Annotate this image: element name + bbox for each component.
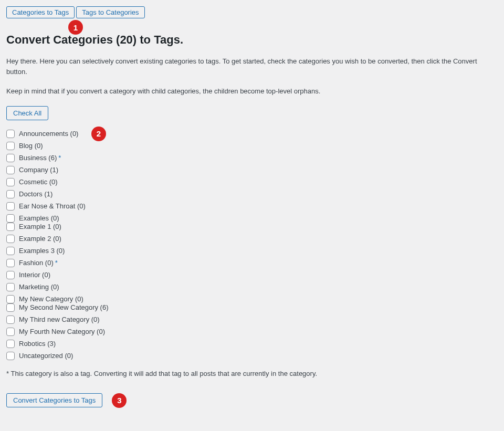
- category-label[interactable]: Doctors (1): [19, 190, 52, 198]
- category-item: Business (6)*: [6, 154, 498, 162]
- convert-categories-button[interactable]: Convert Categories to Tags: [6, 393, 102, 407]
- check-all-button[interactable]: Check All: [6, 106, 48, 120]
- annotation-badge-1: 1: [68, 20, 83, 35]
- intro-paragraph-2: Keep in mind that if you convert a categ…: [6, 86, 498, 97]
- category-label[interactable]: My Third new Category (0): [19, 316, 100, 323]
- category-item: Examples 3 (0): [6, 247, 498, 255]
- category-label[interactable]: Examples 3 (0): [19, 247, 65, 255]
- category-checkbox[interactable]: [6, 202, 15, 211]
- category-item: Examples (0): [6, 214, 498, 223]
- submit-row: Convert Categories to Tags 3: [6, 393, 498, 408]
- category-label[interactable]: Fashion (0): [19, 259, 54, 267]
- category-checkbox[interactable]: [6, 259, 15, 267]
- category-checkbox[interactable]: [6, 340, 15, 348]
- tab-tags-to-categories[interactable]: Tags to Categories: [76, 6, 144, 18]
- category-label[interactable]: Example 2 (0): [19, 235, 61, 243]
- category-label[interactable]: My Fourth New Category (0): [19, 328, 105, 335]
- category-checkbox[interactable]: [6, 154, 15, 162]
- category-item: Marketing (0): [6, 283, 498, 291]
- category-checkbox[interactable]: [6, 223, 15, 231]
- category-label[interactable]: Company (1): [19, 166, 58, 174]
- category-label[interactable]: Cosmetic (0): [19, 178, 58, 186]
- category-label[interactable]: Robotics (3): [19, 340, 56, 348]
- category-label[interactable]: Uncategorized (0): [19, 352, 73, 360]
- category-item: My Third new Category (0): [6, 316, 498, 324]
- category-checkbox[interactable]: [6, 166, 15, 174]
- category-checkbox[interactable]: [6, 142, 15, 150]
- category-item: Robotics (3): [6, 340, 498, 348]
- category-checkbox[interactable]: [6, 316, 15, 324]
- category-checkbox[interactable]: [6, 352, 15, 360]
- category-item: Blog (0): [6, 142, 498, 150]
- category-label[interactable]: Marketing (0): [19, 283, 59, 291]
- category-label[interactable]: Ear Nose & Throat (0): [19, 202, 86, 210]
- category-item: Uncategorized (0): [6, 352, 498, 360]
- category-label[interactable]: Example 1 (0): [19, 223, 61, 230]
- category-item: Announcements (0): [6, 130, 498, 138]
- category-checkbox[interactable]: [6, 283, 15, 291]
- category-label[interactable]: Blog (0): [19, 142, 43, 150]
- category-item: Example 1 (0): [6, 223, 498, 231]
- tabs-row: Categories to Tags Tags to Categories 1: [6, 6, 498, 18]
- category-checkbox[interactable]: [6, 190, 15, 198]
- category-label[interactable]: Business (6): [19, 154, 57, 162]
- category-item: My Fourth New Category (0): [6, 328, 498, 336]
- category-label[interactable]: Announcements (0): [19, 130, 78, 138]
- category-list: 2 Announcements (0)Blog (0)Business (6)*…: [6, 130, 498, 360]
- category-label[interactable]: Examples (0): [19, 214, 59, 222]
- category-checkbox[interactable]: [6, 247, 15, 255]
- footnote: * This category is also a tag. Convertin…: [6, 370, 498, 377]
- category-item: Ear Nose & Throat (0): [6, 202, 498, 211]
- category-label[interactable]: My Second New Category (6): [19, 303, 109, 311]
- category-item: Company (1): [6, 166, 498, 174]
- category-label[interactable]: Interior (0): [19, 271, 50, 279]
- category-checkbox[interactable]: [6, 303, 15, 312]
- category-label[interactable]: My New Category (0): [19, 295, 83, 303]
- category-checkbox[interactable]: [6, 235, 15, 243]
- category-checkbox[interactable]: [6, 130, 15, 138]
- category-item: My New Category (0): [6, 295, 498, 303]
- annotation-badge-3: 3: [112, 393, 127, 408]
- category-item: Fashion (0)*: [6, 259, 498, 267]
- category-checkbox[interactable]: [6, 178, 15, 186]
- category-item: Cosmetic (0): [6, 178, 498, 186]
- category-checkbox[interactable]: [6, 328, 15, 336]
- category-item: My Second New Category (6): [6, 303, 498, 312]
- category-checkbox[interactable]: [6, 295, 15, 303]
- also-tag-asterisk: *: [58, 154, 61, 162]
- also-tag-asterisk: *: [55, 259, 58, 267]
- category-checkbox[interactable]: [6, 214, 15, 223]
- intro-paragraph-1: Hey there. Here you can selectively conv…: [6, 56, 498, 77]
- category-item: Interior (0): [6, 271, 498, 279]
- page-title: Convert Categories (20) to Tags.: [6, 33, 498, 47]
- category-checkbox[interactable]: [6, 271, 15, 279]
- tab-categories-to-tags[interactable]: Categories to Tags: [6, 6, 75, 18]
- annotation-badge-2: 2: [91, 127, 106, 141]
- category-item: Doctors (1): [6, 190, 498, 198]
- category-item: Example 2 (0): [6, 235, 498, 243]
